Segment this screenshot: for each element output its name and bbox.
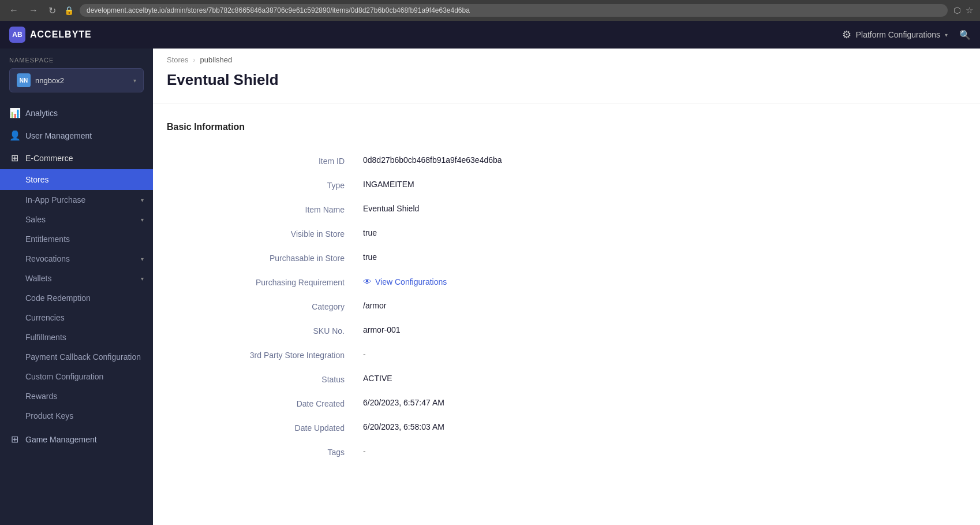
field-label: Date Updated [167,422,363,433]
logo-text: ACCELBYTE [30,29,92,40]
field-label: Visible in Store [167,228,363,239]
analytics-icon: 📊 [9,107,20,118]
view-configurations-button[interactable]: 👁 View Configurations [363,277,447,286]
ecommerce-icon: ⊞ [9,152,20,163]
field-value: 0d8d27b6b0cb468fb91a9f4e63e4d6ba [363,155,966,165]
breadcrumb-separator: › [193,56,196,64]
sidebar-sub-label: Stores [25,175,144,184]
sidebar-item-payment-callback[interactable]: Payment Callback Configuration [0,347,153,367]
table-row: Visible in Store true [167,221,966,245]
reload-button[interactable]: ↻ [46,5,58,16]
sidebar-item-label: User Management [25,131,144,140]
forward-button[interactable]: → [27,5,40,16]
table-row: Purchasable in Store true [167,245,966,270]
sidebar-sub-label: Code Redemption [25,293,144,303]
sidebar-item-rewards[interactable]: Rewards [0,386,153,406]
sidebar-item-analytics[interactable]: 📊 Analytics [0,102,153,124]
page-title: Eventual Shield [167,71,966,89]
field-label: SKU No. [167,325,363,336]
search-icon[interactable]: 🔍 [959,29,971,40]
sidebar-sub-label: Product Keys [25,411,144,420]
game-management-icon: ⊞ [9,434,20,445]
sidebar-sub-label: Payment Callback Configuration [25,352,144,362]
sidebar-item-fulfillments[interactable]: Fulfillments [0,327,153,347]
sidebar-item-in-app-purchase[interactable]: In-App Purchase ▾ [0,190,153,210]
platform-config-button[interactable]: ⚙ Platform Configurations ▾ 🔍 [842,28,971,41]
field-value: /armor [363,301,966,310]
field-value: INGAMEITEM [363,180,966,189]
main-layout: NAMESPACE NN nngbox2 ▾ 📊 Analytics 👤 Use… [0,49,980,525]
bookmark-icon[interactable]: ☆ [966,5,973,16]
table-row: 3rd Party Store Integration - [167,342,966,367]
sidebar-item-product-keys[interactable]: Product Keys [0,406,153,426]
field-label: Purchasing Requirement [167,277,363,287]
sidebar-sub-label: Entitlements [25,234,144,244]
sidebar: NAMESPACE NN nngbox2 ▾ 📊 Analytics 👤 Use… [0,49,153,525]
namespace-name: nngbox2 [35,76,129,85]
namespace-label: NAMESPACE [9,57,144,64]
table-row: Status ACTIVE [167,367,966,391]
sidebar-item-ecommerce[interactable]: ⊞ E-Commerce [0,147,153,169]
chevron-icon: ▾ [141,275,144,282]
user-icon: 👤 [9,130,20,141]
sidebar-item-custom-config[interactable]: Custom Configuration [0,367,153,386]
field-value: 👁 View Configurations [363,277,966,286]
sidebar-item-revocations[interactable]: Revocations ▾ [0,249,153,269]
field-label: Status [167,374,363,384]
field-value: ACTIVE [363,374,966,383]
sidebar-sub-label: Currencies [25,313,144,322]
browser-chrome: ← → ↻ 🔒 ⬡ ☆ [0,0,980,21]
table-row: Type INGAMEITEM [167,173,966,197]
platform-config-label: Platform Configurations [856,30,940,39]
sidebar-item-entitlements[interactable]: Entitlements [0,229,153,249]
namespace-selector[interactable]: NN nngbox2 ▾ [9,68,144,92]
field-label: 3rd Party Store Integration [167,349,363,360]
sidebar-item-label: E-Commerce [25,154,144,163]
field-label: Item ID [167,155,363,166]
field-label: Item Name [167,204,363,214]
view-config-label: View Configurations [375,277,447,286]
table-row: Item Name Eventual Shield [167,197,966,221]
field-label: Purchasable in Store [167,252,363,263]
field-label: Date Created [167,398,363,408]
chevron-down-icon: ▾ [945,32,948,38]
table-row: Category /armor [167,294,966,318]
table-row: Purchasing Requirement 👁 View Configurat… [167,270,966,294]
sidebar-sub-label: In-App Purchase [25,195,141,204]
breadcrumb-stores-link[interactable]: Stores [167,55,189,64]
browser-actions: ⬡ ☆ [953,5,973,16]
open-tab-icon[interactable]: ⬡ [953,5,961,16]
sidebar-nav: 📊 Analytics 👤 User Management ⊞ E-Commer… [0,97,153,525]
info-table: Item ID 0d8d27b6b0cb468fb91a9f4e63e4d6ba… [167,148,966,464]
eye-icon: 👁 [363,277,372,286]
namespace-avatar: NN [17,73,31,87]
sidebar-item-wallets[interactable]: Wallets ▾ [0,269,153,288]
url-bar[interactable] [80,4,948,17]
sidebar-item-code-redemption[interactable]: Code Redemption [0,288,153,308]
sidebar-item-label: Game Management [25,435,144,444]
sidebar-sub-label: Fulfillments [25,333,144,342]
sidebar-item-game-management[interactable]: ⊞ Game Management [0,428,153,450]
sidebar-item-label: Analytics [25,109,144,118]
sidebar-item-currencies[interactable]: Currencies [0,308,153,327]
sidebar-item-sales[interactable]: Sales ▾ [0,210,153,229]
sidebar-sub-label: Sales [25,215,141,224]
app-container: AB ACCELBYTE ⚙ Platform Configurations ▾… [0,21,980,525]
field-value: true [363,228,966,237]
field-value: armor-001 [363,325,966,334]
field-label: Type [167,180,363,190]
sidebar-sub-label: Rewards [25,392,144,401]
basic-info-section: Basic Information Item ID 0d8d27b6b0cb46… [153,103,980,482]
field-value: Eventual Shield [363,204,966,213]
top-header: AB ACCELBYTE ⚙ Platform Configurations ▾… [0,21,980,49]
section-title: Basic Information [167,122,966,132]
logo-area: AB ACCELBYTE [9,27,92,43]
page-title-section: Eventual Shield [153,69,980,103]
field-label: Tags [167,446,363,457]
sidebar-item-stores[interactable]: Stores [0,169,153,190]
sidebar-sub-label: Custom Configuration [25,372,144,381]
sidebar-sub-label: Revocations [25,254,141,263]
back-button[interactable]: ← [7,5,21,16]
sidebar-item-user-management[interactable]: 👤 User Management [0,124,153,147]
breadcrumb: Stores › published [153,49,980,69]
